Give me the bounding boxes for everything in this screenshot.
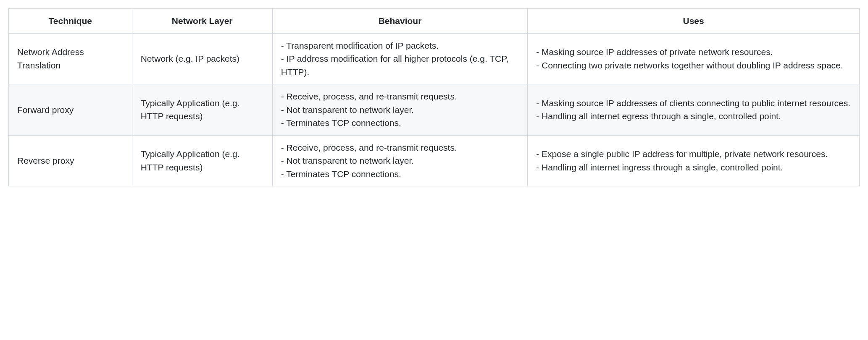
cell-uses: - Masking source IP addresses of private…	[528, 33, 860, 84]
header-layer: Network Layer	[132, 9, 272, 34]
cell-layer: Typically Application (e.g. HTTP request…	[132, 135, 272, 186]
cell-uses: - Masking source IP addresses of clients…	[528, 84, 860, 136]
comparison-table: Technique Network Layer Behaviour Uses N…	[8, 8, 860, 186]
table-row: Network Address Translation Network (e.g…	[9, 33, 860, 84]
cell-layer: Network (e.g. IP packets)	[132, 33, 272, 84]
cell-layer: Typically Application (e.g. HTTP request…	[132, 84, 272, 136]
cell-uses: - Expose a single public IP address for …	[528, 135, 860, 186]
cell-technique: Reverse proxy	[9, 135, 132, 186]
table-row: Reverse proxy Typically Application (e.g…	[9, 135, 860, 186]
cell-technique: Network Address Translation	[9, 33, 132, 84]
cell-behaviour: - Receive, process, and re-transmit requ…	[272, 84, 528, 136]
table-header-row: Technique Network Layer Behaviour Uses	[9, 9, 860, 34]
cell-technique: Forward proxy	[9, 84, 132, 136]
header-technique: Technique	[9, 9, 132, 34]
cell-behaviour: - Receive, process, and re-transmit requ…	[272, 135, 528, 186]
cell-behaviour: - Transparent modification of IP packets…	[272, 33, 528, 84]
header-behaviour: Behaviour	[272, 9, 528, 34]
table-row: Forward proxy Typically Application (e.g…	[9, 84, 860, 136]
header-uses: Uses	[528, 9, 860, 34]
